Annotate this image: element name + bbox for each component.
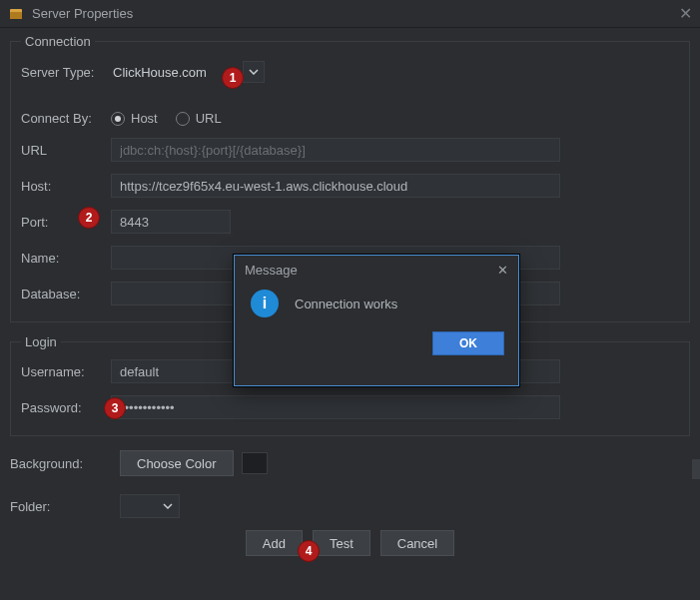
connect-by-label: Connect By: [21,111,111,126]
app-icon [8,6,24,22]
add-button[interactable]: Add [246,530,303,556]
server-type-value: ClickHouse.com [111,65,213,80]
connection-legend: Connection [21,34,95,49]
url-input[interactable] [111,138,560,162]
scrollbar[interactable] [692,459,700,479]
name-label: Name: [21,251,111,266]
radio-host[interactable]: Host [111,111,158,126]
password-input[interactable] [111,395,560,419]
message-dialog-title: Message [245,263,298,278]
url-label: URL [21,143,111,158]
database-label: Database: [21,287,111,301]
close-icon[interactable]: ✕ [497,263,508,278]
titlebar: Server Properties ✕ [0,0,700,28]
message-dialog-text: Connection works [295,297,397,311]
folder-label: Folder: [10,499,120,514]
password-label: Password: [21,400,111,415]
dialog-buttons: Add Test Cancel [10,530,690,556]
background-label: Background: [10,456,120,471]
annotation-badge-1: 1 [222,67,244,89]
host-input[interactable] [111,174,560,198]
radio-host-label: Host [131,111,158,126]
folder-select[interactable] [120,494,180,518]
username-label: Username: [21,364,111,379]
radio-url[interactable]: URL [176,111,222,126]
test-button[interactable]: Test [313,530,370,556]
chevron-down-icon [243,61,265,83]
radio-dot-icon [176,112,190,126]
close-icon[interactable]: ✕ [679,4,692,23]
radio-dot-icon [111,112,125,126]
chevron-down-icon [163,503,173,509]
port-input[interactable] [111,210,231,234]
choose-color-button[interactable]: Choose Color [120,450,234,476]
connect-by-radios: Host URL [111,111,222,126]
annotation-badge-4: 4 [298,540,320,562]
svg-rect-1 [10,12,22,19]
info-icon: i [251,290,279,317]
annotation-badge-2: 2 [78,207,100,229]
window-title: Server Properties [32,6,679,21]
radio-url-label: URL [196,111,222,126]
color-swatch[interactable] [242,452,268,474]
cancel-button[interactable]: Cancel [380,530,454,556]
host-label: Host: [21,179,111,194]
message-dialog: Message ✕ i Connection works OK [234,255,519,386]
ok-button[interactable]: OK [432,331,504,355]
login-legend: Login [21,334,61,349]
server-type-label: Server Type: [21,65,111,80]
annotation-badge-3: 3 [104,397,126,419]
